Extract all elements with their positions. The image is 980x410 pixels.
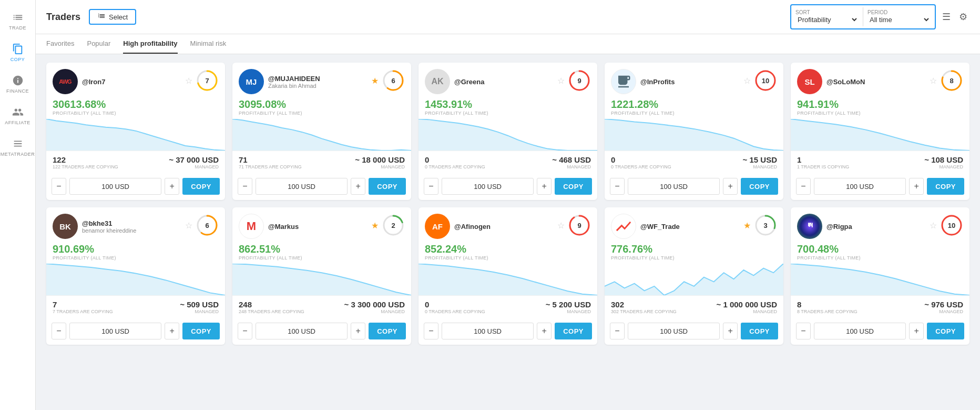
favorite-star[interactable]: ★: [371, 76, 379, 86]
copy-button[interactable]: COPY: [927, 323, 964, 339]
copy-button[interactable]: COPY: [182, 178, 220, 195]
qty-decrease-button[interactable]: −: [424, 323, 438, 339]
card-stats: 776.76% PROFITABILITY (ALL TIME): [605, 239, 783, 261]
qty-decrease-button[interactable]: −: [796, 323, 811, 339]
qty-increase-button[interactable]: +: [909, 323, 924, 339]
card-info: @Markus: [268, 223, 367, 231]
card-actions: − 100 USD + COPY: [232, 174, 411, 200]
traders-grid: AWG @Iron7 ☆ 7 30613.68%: [46, 63, 969, 345]
copy-button[interactable]: COPY: [555, 323, 592, 339]
card-top-right: ★ 6: [371, 69, 405, 92]
qty-value: 100 USD: [442, 178, 534, 195]
qty-decrease-button[interactable]: −: [52, 178, 66, 195]
card-identity: M @Markus: [239, 214, 367, 239]
risk-circle: 9: [568, 69, 591, 92]
traders-copying-num: 122: [53, 155, 118, 164]
card-info: @Afinogen: [454, 223, 553, 231]
traders-copying-num: 302: [611, 300, 677, 309]
profitability-label: PROFITABILITY (ALL TIME): [53, 111, 116, 116]
period-select[interactable]: All time: [867, 15, 931, 24]
mini-chart: [232, 264, 411, 295]
settings-icon-button[interactable]: ⚙: [957, 9, 969, 25]
trader-username: @WF_Trade: [640, 223, 739, 231]
tab-popular[interactable]: Popular: [87, 34, 110, 54]
qty-value: 100 USD: [256, 178, 348, 195]
traders-copying-num: 0: [425, 155, 485, 164]
card-info: @Rigpa: [826, 223, 925, 231]
qty-increase-button[interactable]: +: [351, 323, 365, 339]
card-stats: 852.24% PROFITABILITY (ALL TIME): [418, 239, 597, 261]
qty-decrease-button[interactable]: −: [610, 178, 625, 195]
list-icon-button[interactable]: ☰: [940, 9, 953, 25]
select-label: Select: [109, 13, 128, 21]
favorite-star[interactable]: ☆: [185, 221, 192, 231]
risk-circle: 10: [754, 69, 777, 92]
qty-increase-button[interactable]: +: [909, 178, 924, 195]
favorite-star[interactable]: ☆: [930, 76, 937, 86]
tab-high-profitability[interactable]: High profitability: [123, 34, 177, 54]
card-stats: 30613.68% PROFITABILITY (ALL TIME): [46, 94, 225, 116]
copy-button[interactable]: COPY: [555, 178, 592, 195]
qty-increase-button[interactable]: +: [351, 178, 365, 195]
qty-increase-button[interactable]: +: [723, 178, 738, 195]
qty-decrease-button[interactable]: −: [238, 323, 252, 339]
managed-value: ~ 3 300 000 USD: [344, 300, 405, 309]
favorite-star[interactable]: ☆: [743, 76, 751, 86]
risk-number: 8: [950, 77, 953, 85]
copy-button[interactable]: COPY: [741, 178, 778, 195]
managed-label: MANAGED: [546, 309, 591, 314]
managed-value: ~ 5 200 USD: [546, 300, 591, 309]
favorite-star[interactable]: ★: [371, 221, 379, 231]
qty-increase-button[interactable]: +: [723, 323, 738, 339]
svg-marker-23: [418, 264, 597, 295]
qty-decrease-button[interactable]: −: [424, 178, 438, 195]
qty-decrease-button[interactable]: −: [52, 323, 66, 339]
qty-increase-button[interactable]: +: [537, 178, 552, 195]
managed-label: MANAGED: [924, 164, 963, 169]
sidebar-item-trade[interactable]: TRADE: [0, 5, 35, 37]
copy-button[interactable]: COPY: [741, 323, 778, 339]
chart-icon: [12, 12, 24, 23]
managed-label: MANAGED: [743, 164, 777, 169]
trader-card: AF @Afinogen ☆ 9 852.24%: [418, 207, 597, 345]
sort-select[interactable]: Profitability: [795, 15, 859, 24]
qty-decrease-button[interactable]: −: [610, 323, 625, 339]
sidebar-item-metatrader[interactable]: METATRADER: [0, 132, 35, 163]
trader-card: AWG @Iron7 ☆ 7 30613.68%: [46, 63, 225, 200]
favorite-star[interactable]: ☆: [557, 221, 565, 231]
card-stats: 941.91% PROFITABILITY (ALL TIME): [791, 94, 969, 116]
traders-copying-label: 122 TRADERS ARE COPYING: [53, 164, 118, 169]
qty-increase-button[interactable]: +: [165, 323, 179, 339]
card-actions: − 100 USD + COPY: [605, 318, 783, 345]
copy-button[interactable]: COPY: [369, 178, 406, 195]
copy-button[interactable]: COPY: [369, 323, 406, 339]
tab-minimal-risk[interactable]: Minimal risk: [190, 34, 227, 54]
qty-increase-button[interactable]: +: [165, 178, 179, 195]
profitability-value: 700.48%: [797, 243, 861, 255]
profitability-value: 852.24%: [425, 243, 488, 255]
tab-favorites[interactable]: Favorites: [46, 34, 74, 54]
favorite-star[interactable]: ☆: [557, 76, 565, 86]
copy-button[interactable]: COPY: [182, 323, 220, 339]
card-info: @WF_Trade: [640, 223, 739, 231]
qty-decrease-button[interactable]: −: [796, 178, 811, 195]
favorite-star[interactable]: ☆: [185, 76, 192, 86]
trader-card: @InProfits ☆ 10 1221.28% PROFITABILITY (…: [605, 63, 783, 200]
sidebar-item-affiliate[interactable]: AFFILIATE: [0, 100, 35, 132]
favorite-star[interactable]: ☆: [930, 221, 937, 231]
card-top: AK @Greena ☆ 9: [418, 63, 597, 94]
mini-chart: [605, 264, 783, 295]
sidebar-item-finance[interactable]: FINANCE: [0, 68, 35, 100]
qty-increase-button[interactable]: +: [537, 323, 552, 339]
copy-button[interactable]: COPY: [927, 178, 964, 195]
sidebar-item-copy[interactable]: COPY: [0, 37, 35, 68]
sort-period-box: SORT Profitability PERIOD All time: [790, 4, 936, 29]
card-counters: 1 1 TRADER IS COPYING ~ 108 USD MANAGED: [791, 151, 969, 174]
trader-card: @WF_Trade ★ 3 776.76% PROFITABILITY (ALL…: [605, 207, 783, 345]
card-top-right: ☆ 8: [930, 69, 963, 92]
select-button[interactable]: Select: [89, 9, 136, 25]
managed-label: MANAGED: [552, 164, 591, 169]
risk-circle: 10: [940, 214, 963, 237]
favorite-star[interactable]: ★: [743, 221, 751, 231]
qty-decrease-button[interactable]: −: [238, 178, 252, 195]
